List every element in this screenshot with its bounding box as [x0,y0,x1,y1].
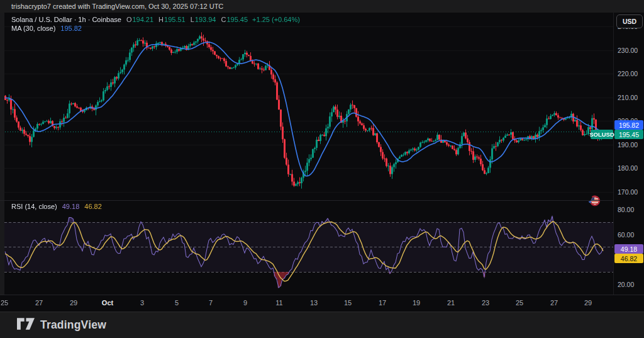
ma-legend-value: 195.82 [60,25,82,32]
rsi-axis-label: 20.00 [618,281,634,288]
price-axis-label: 190.00 [618,141,638,149]
time-axis-tick: 13 [310,299,318,307]
price-axis-label: 170.00 [618,188,638,196]
time-axis-tick: 5 [175,299,179,307]
rsi-ma-legend-value: 46.82 [84,203,102,210]
tradingview-chart-widget: trishacrypto7 created with TradingView.c… [0,0,644,338]
ohlc-close-label: C [221,16,226,23]
pane-separator[interactable] [0,200,644,201]
chart-area: Solana / U.S. Dollar · 1h · CoinbaseO194… [0,13,613,295]
currency-usd-button[interactable]: USD [616,14,643,28]
ohlc-low-value: 193.94 [195,16,216,23]
rsi-ma-value-badge: 46.82 [614,254,643,263]
rsi-legend: RSI (14, close)49.1846.82 [11,203,102,210]
time-axis-tick: 29 [584,299,592,307]
rsi-axis-label: 60.00 [618,231,634,239]
footer-bar: TradingView [0,312,644,338]
attribution-bar: trishacrypto7 created with TradingView.c… [0,0,644,13]
time-axis[interactable]: 252729Oct357911131517192123252729 [0,295,613,312]
time-axis-tick: 9 [243,299,247,307]
price-axis[interactable]: USD 240.00230.00220.00210.00200.00190.00… [613,13,644,295]
price-axis-label: 180.00 [618,164,638,172]
time-axis-tick: Oct [102,299,113,307]
price-axis-label: 220.00 [618,70,638,77]
ma-legend-label[interactable]: MA (30, close) [11,25,55,32]
last-price-badge: 195.45 [614,130,643,139]
ohlc-high-label: H [158,16,164,23]
ohlc-low-label: L [191,16,194,23]
time-axis-tick: 15 [344,299,352,307]
time-axis-tick: 21 [447,299,455,307]
time-axis-tick: 29 [70,299,77,307]
time-axis-tick: 23 [482,299,489,307]
rsi-value-badge: 49.18 [614,244,643,254]
price-axis-label: 230.00 [618,47,638,54]
time-axis-tick: 25 [516,299,523,307]
rsi-chart-canvas[interactable] [0,200,613,295]
ohlc-close-value: 195.45 [226,16,248,23]
time-axis-tick: 3 [140,299,144,307]
time-axis-tick: 7 [209,299,213,307]
ohlc-high-value: 195.51 [164,16,186,23]
symbol-legend: Solana / U.S. Dollar · 1h · CoinbaseO194… [11,16,300,23]
symbol-title[interactable]: Solana / U.S. Dollar · 1h · Coinbase [11,16,121,23]
price-chart-canvas[interactable] [0,13,613,200]
tradingview-brand-text[interactable]: TradingView [40,318,106,332]
pane-left-strip [0,13,4,295]
attribution-text: trishacrypto7 created with TradingView.c… [11,3,223,10]
ma-legend: MA (30, close)195.82 [11,25,82,32]
time-axis-tick: 25 [1,299,8,307]
time-axis-separator [0,295,644,295]
ohlc-open-label: O [126,16,132,23]
symbol-price-label: SOLUSD [591,130,613,139]
ohlc-open-value: 194.21 [132,16,153,23]
time-axis-tick: 17 [379,299,386,307]
price-axis-label: 210.00 [618,94,638,101]
ma-price-badge: 195.82 [614,120,643,130]
time-axis-tick: 27 [35,299,43,307]
rsi-legend-value: 49.18 [62,203,80,210]
time-axis-tick: 11 [275,299,282,307]
us-flag-icon[interactable] [587,194,601,211]
time-axis-tick: 19 [413,299,420,307]
time-axis-tick: 27 [550,299,558,307]
change-value: +1.25 (+0.64%) [252,16,300,23]
tradingview-logo-icon[interactable] [17,318,35,332]
rsi-legend-label[interactable]: RSI (14, close) [11,203,57,210]
rsi-axis-label: 80.00 [618,206,634,213]
